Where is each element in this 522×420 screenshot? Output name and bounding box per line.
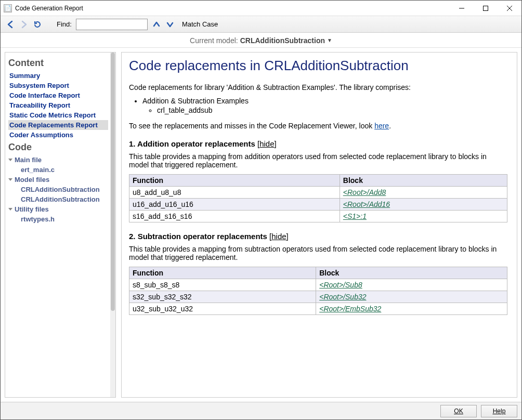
- table-header-function: Function: [129, 267, 316, 279]
- code-section-main-file[interactable]: Main file: [8, 155, 108, 165]
- block-link[interactable]: <Root>/Add16: [343, 200, 390, 208]
- function-cell: s16_add_s16_s16: [129, 211, 340, 222]
- footer: OK Help: [1, 402, 521, 419]
- section1-heading: 1. Addition operator replacements [hide]: [129, 139, 507, 148]
- block-cell: <Root>/Add16: [340, 199, 507, 211]
- sidebar-item-summary[interactable]: Summary: [8, 71, 108, 81]
- block-cell: <Root>/Sub8: [316, 279, 507, 291]
- table-header-function: Function: [129, 175, 340, 187]
- block-cell: <S1>:1: [340, 211, 507, 222]
- viewer-sentence-pre: To see the replacements and misses in th…: [129, 122, 374, 130]
- function-cell: s8_sub_s8_s8: [129, 279, 316, 291]
- section1-desc: This table provides a mapping from addit…: [129, 152, 507, 169]
- minimize-button[interactable]: [450, 1, 474, 16]
- app-icon: [4, 4, 12, 12]
- section1-title: 1. Addition operator replacements: [129, 139, 255, 148]
- refresh-button[interactable]: [33, 20, 42, 29]
- find-label: Find:: [57, 20, 72, 28]
- find-next-button[interactable]: [165, 20, 175, 29]
- block-link[interactable]: <S1>:1: [343, 212, 367, 220]
- content-heading: Content: [8, 58, 108, 69]
- table-header-block: Block: [340, 175, 507, 187]
- file-link[interactable]: CRLAdditionSubtraction: [8, 194, 108, 204]
- block-link[interactable]: <Root>/Sub8: [319, 281, 362, 289]
- maximize-button[interactable]: [474, 1, 498, 16]
- sidebar-item-static-code-metrics-report[interactable]: Static Code Metrics Report: [8, 110, 108, 120]
- sidebar-item-traceability-report[interactable]: Traceability Report: [8, 100, 108, 110]
- code-section-label: Main file: [15, 156, 42, 164]
- function-cell: u32_sub_u32_u32: [129, 303, 316, 315]
- sidebar-item-subsystem-report[interactable]: Subsystem Report: [8, 81, 108, 90]
- sidebar-item-code-interface-report[interactable]: Code Interface Report: [8, 90, 108, 100]
- sidebar: Content SummarySubsystem ReportCode Inte…: [5, 52, 116, 398]
- section2-heading: 2. Subtraction operator replacements [hi…: [129, 232, 507, 241]
- block-cell: <Root>/Sub32: [316, 291, 507, 303]
- code-heading: Code: [8, 142, 108, 153]
- toolbar: Find: Match Case: [1, 16, 521, 33]
- block-link[interactable]: <Root>/Add8: [343, 188, 386, 196]
- file-link[interactable]: CRLAdditionSubtraction: [8, 185, 108, 194]
- section1-hide-link[interactable]: hide: [259, 139, 274, 148]
- find-prev-button[interactable]: [152, 20, 161, 29]
- close-button[interactable]: [498, 1, 521, 16]
- title-bar: Code Generation Report: [1, 1, 521, 16]
- section2-hide-link[interactable]: hide: [271, 232, 286, 241]
- addition-table: Function Block u8_add_u8_u8<Root>/Add8u1…: [129, 174, 507, 222]
- window-controls: [450, 1, 521, 16]
- block-link[interactable]: <Root>/Sub32: [319, 293, 366, 301]
- table-row: u32_sub_u32_u32<Root>/EmbSub32: [129, 303, 507, 315]
- table-row: s8_sub_s8_s8<Root>/Sub8: [129, 279, 507, 291]
- find-input[interactable]: [76, 19, 148, 30]
- forward-button[interactable]: [19, 20, 29, 29]
- code-section-label: Model files: [15, 176, 49, 183]
- current-model-prefix: Current model:: [190, 36, 238, 45]
- viewer-link[interactable]: here: [374, 122, 389, 130]
- ok-button[interactable]: OK: [440, 405, 477, 417]
- page-title: Code replacements in CRLAdditionSubtract…: [129, 58, 507, 74]
- caret-down-icon: [8, 208, 12, 211]
- sidebar-item-code-replacements-report[interactable]: Code Replacements Report: [8, 120, 108, 130]
- viewer-sentence: To see the replacements and misses in th…: [129, 122, 507, 130]
- sidebar-item-coder-assumptions[interactable]: Coder Assumptions: [8, 130, 108, 140]
- scrollbar-thumb[interactable]: [111, 52, 115, 311]
- library-list: Addition & Subtraction Examples crl_tabl…: [142, 97, 507, 114]
- subtraction-table: Function Block s8_sub_s8_s8<Root>/Sub8s3…: [129, 267, 507, 315]
- library-item-label: Addition & Subtraction Examples: [142, 97, 249, 105]
- library-item: Addition & Subtraction Examples crl_tabl…: [142, 97, 507, 114]
- dropdown-icon: ▼: [327, 37, 332, 43]
- match-case-label[interactable]: Match Case: [182, 20, 218, 28]
- current-model-bar[interactable]: Current model: CRLAdditionSubtraction ▼: [1, 33, 521, 48]
- file-link[interactable]: ert_main.c: [8, 165, 108, 175]
- table-row: s32_sub_s32_s32<Root>/Sub32: [129, 291, 507, 303]
- ok-button-label: OK: [454, 408, 463, 415]
- caret-down-icon: [8, 178, 12, 181]
- library-sub-item: crl_table_addsub: [157, 106, 507, 114]
- block-cell: <Root>/Add8: [340, 187, 507, 199]
- window-title: Code Generation Report: [15, 5, 450, 12]
- svg-rect-1: [484, 6, 488, 10]
- help-button-label: Help: [493, 408, 506, 415]
- file-link[interactable]: rtwtypes.h: [8, 214, 108, 224]
- table-row: u8_add_u8_u8<Root>/Add8: [129, 187, 507, 199]
- table-row: u16_add_u16_u16<Root>/Add16: [129, 199, 507, 211]
- main-panel: Code replacements in CRLAdditionSubtract…: [121, 52, 517, 398]
- body-area: Content SummarySubsystem ReportCode Inte…: [1, 48, 521, 402]
- block-cell: <Root>/EmbSub32: [316, 303, 507, 315]
- back-button[interactable]: [6, 20, 15, 29]
- code-section-model-files[interactable]: Model files: [8, 175, 108, 185]
- intro-text: Code replacements for library 'Addition …: [129, 83, 507, 91]
- table-row: s16_add_s16_s16<S1>:1: [129, 211, 507, 222]
- code-section-label: Utility files: [15, 205, 49, 213]
- current-model-name: CRLAdditionSubtraction: [240, 36, 325, 45]
- table-header-block: Block: [316, 267, 507, 279]
- caret-down-icon: [8, 159, 12, 161]
- function-cell: u8_add_u8_u8: [129, 187, 340, 199]
- code-section-utility-files[interactable]: Utility files: [8, 204, 108, 214]
- help-button[interactable]: Help: [481, 405, 517, 417]
- sidebar-scrollbar[interactable]: [110, 52, 115, 397]
- section2-title: 2. Subtraction operator replacements: [129, 232, 267, 241]
- function-cell: u16_add_u16_u16: [129, 199, 340, 211]
- viewer-sentence-post: .: [389, 122, 391, 130]
- function-cell: s32_sub_s32_s32: [129, 291, 316, 303]
- block-link[interactable]: <Root>/EmbSub32: [319, 305, 381, 313]
